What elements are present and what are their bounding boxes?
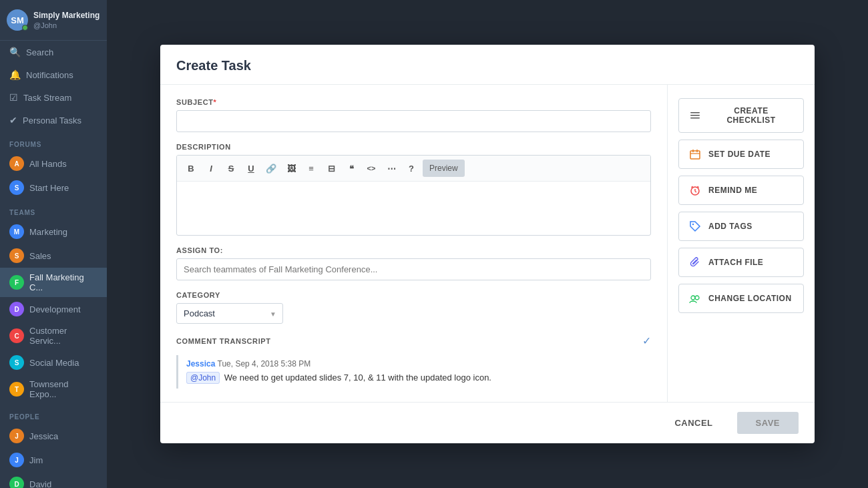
townsend-dot: T xyxy=(9,382,24,397)
modal-form: SUBJECT* DESCRIPTION B I S U xyxy=(160,85,668,402)
description-field-group: DESCRIPTION B I S U 🔗 🖼 ≡ ⊟ xyxy=(176,143,651,236)
comment-body: We need to get updated slides 7, 10, & 1… xyxy=(224,373,491,383)
fall-marketing-dot: F xyxy=(9,275,24,290)
start-here-dot: S xyxy=(9,180,24,195)
sidebar-item-fall-marketing[interactable]: F Fall Marketing C... xyxy=(0,268,107,297)
modal-footer: CANCEL SAVE xyxy=(160,402,815,443)
subject-label: SUBJECT* xyxy=(176,98,651,106)
all-hands-label: All Hands xyxy=(29,159,67,169)
modal-action-sidebar: CREATE CHECKLIST SET DUE DATE xyxy=(668,85,815,402)
jim-label: Jim xyxy=(29,455,43,465)
help-btn[interactable]: ? xyxy=(403,160,420,177)
remind-me-btn[interactable]: REMIND ME xyxy=(678,176,804,205)
tag-icon xyxy=(688,220,702,233)
subject-field-group: SUBJECT* xyxy=(176,98,651,132)
modal-title: Create Task xyxy=(160,45,815,85)
preview-btn[interactable]: Preview xyxy=(423,160,465,177)
sidebar-header[interactable]: SM Simply Marketing @John xyxy=(0,0,107,41)
sidebar-item-customer-service[interactable]: C Customer Servic... xyxy=(0,321,107,350)
avatar: SM xyxy=(7,9,28,31)
comment-author: Jessica xyxy=(186,359,215,369)
category-label: CATEGORY xyxy=(176,291,651,299)
alarm-icon xyxy=(688,184,702,197)
save-button[interactable]: SAVE xyxy=(737,412,799,434)
svg-rect-0 xyxy=(690,112,700,113)
attach-file-btn[interactable]: ATTACH FILE xyxy=(678,248,804,277)
sidebar-item-sales[interactable]: S Sales xyxy=(0,244,107,268)
bold-btn[interactable]: B xyxy=(182,160,200,177)
sidebar-item-jessica[interactable]: J Jessica xyxy=(0,424,107,448)
create-checklist-btn[interactable]: CREATE CHECKLIST xyxy=(678,98,804,133)
sidebar-item-notifications[interactable]: 🔔 Notifications xyxy=(0,63,107,86)
task-icon: ✔ xyxy=(9,115,17,126)
assign-to-input[interactable] xyxy=(176,258,651,280)
list-ordered-btn[interactable]: ⊟ xyxy=(322,160,340,177)
jim-avatar: J xyxy=(9,453,24,467)
modal-overlay: Create Task SUBJECT* DESCRIPTION xyxy=(107,0,868,488)
svg-rect-1 xyxy=(690,115,700,116)
svg-point-14 xyxy=(695,296,699,300)
cancel-button[interactable]: CANCEL xyxy=(658,412,728,434)
transcript-comment: Jessica Tue, Sep 4, 2018 5:38 PM @John W… xyxy=(176,355,651,389)
link-btn[interactable]: 🔗 xyxy=(262,160,280,177)
sidebar-item-jim[interactable]: J Jim xyxy=(0,448,107,472)
username: @John xyxy=(33,21,99,29)
sidebar-item-development[interactable]: D Development xyxy=(0,297,107,321)
description-content[interactable] xyxy=(177,182,650,235)
svg-point-12 xyxy=(692,224,694,225)
people-section-label: PEOPLE xyxy=(0,404,107,424)
social-media-dot: S xyxy=(9,355,24,370)
sidebar-item-task-stream[interactable]: ☑ Task Stream xyxy=(0,86,107,109)
forums-section-label: FORUMS xyxy=(0,132,107,152)
development-dot: D xyxy=(9,302,24,316)
underline-btn[interactable]: U xyxy=(242,160,260,177)
paperclip-icon xyxy=(688,256,702,269)
category-select[interactable]: Podcast General Design Development xyxy=(176,303,283,324)
code-btn[interactable]: <> xyxy=(363,160,380,177)
bell-icon: 🔔 xyxy=(9,69,21,80)
marketing-dot: M xyxy=(9,224,24,239)
jessica-label: Jessica xyxy=(29,431,58,441)
blockquote-btn[interactable]: ❝ xyxy=(343,160,360,177)
more-options-btn[interactable]: ⋯ xyxy=(383,160,400,177)
category-select-wrapper: Podcast General Design Development ▼ xyxy=(176,303,283,324)
description-label: DESCRIPTION xyxy=(176,143,651,151)
assign-to-label: ASSIGN TO: xyxy=(176,246,651,254)
search-icon: 🔍 xyxy=(9,47,21,57)
comment-meta: Jessica Tue, Sep 4, 2018 5:38 PM xyxy=(186,359,643,369)
all-hands-dot: A xyxy=(9,156,24,171)
change-location-btn[interactable]: CHANGE LOCATION xyxy=(678,284,804,313)
add-tags-btn[interactable]: ADD TAGS xyxy=(678,212,804,241)
sidebar-item-david[interactable]: D David xyxy=(0,472,107,488)
main-area: Create Task SUBJECT* DESCRIPTION xyxy=(107,0,868,488)
sidebar-item-start-here[interactable]: S Start Here xyxy=(0,176,107,200)
svg-point-13 xyxy=(691,296,695,300)
online-badge xyxy=(22,25,28,31)
sidebar-item-personal-tasks[interactable]: ✔ Personal Tasks xyxy=(0,109,107,132)
sales-dot: S xyxy=(9,248,24,263)
social-media-label: Social Media xyxy=(29,358,79,368)
svg-rect-3 xyxy=(690,151,700,159)
create-task-modal: Create Task SUBJECT* DESCRIPTION xyxy=(160,45,815,443)
sidebar-item-all-hands[interactable]: A All Hands xyxy=(0,152,107,176)
customer-service-dot: C xyxy=(9,328,24,343)
assign-to-field-group: ASSIGN TO: xyxy=(176,246,651,280)
app-name: Simply Marketing xyxy=(33,11,99,21)
sidebar-item-social-media[interactable]: S Social Media xyxy=(0,350,107,375)
subject-input[interactable] xyxy=(176,110,651,132)
mention-tag: @John xyxy=(186,372,220,384)
list-unordered-btn[interactable]: ≡ xyxy=(302,160,320,177)
strikethrough-btn[interactable]: S xyxy=(222,160,240,177)
townsend-label: Townsend Expo... xyxy=(29,379,97,399)
customer-service-label: Customer Servic... xyxy=(29,326,97,346)
image-btn[interactable]: 🖼 xyxy=(282,160,300,177)
teams-section-label: TEAMS xyxy=(0,200,107,220)
sidebar-item-townsend-expo[interactable]: T Townsend Expo... xyxy=(0,375,107,404)
transcript-header: COMMENT TRANSCRIPT ✓ xyxy=(176,334,651,347)
set-due-date-btn[interactable]: SET DUE DATE xyxy=(678,140,804,169)
italic-btn[interactable]: I xyxy=(202,160,220,177)
sidebar-item-marketing[interactable]: M Marketing xyxy=(0,220,107,244)
sidebar-item-search[interactable]: 🔍 Search xyxy=(0,41,107,63)
start-here-label: Start Here xyxy=(29,183,69,193)
svg-line-9 xyxy=(695,192,696,193)
